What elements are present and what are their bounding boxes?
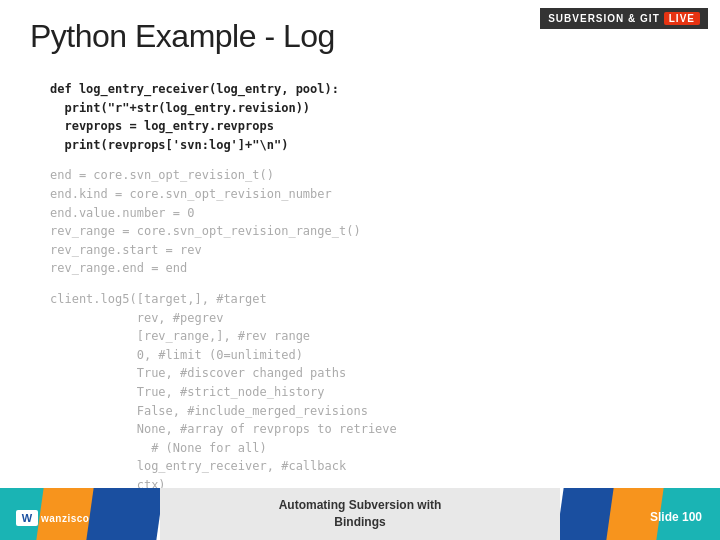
logo-text: wanzisco [41,513,89,524]
wanzisco-logo: W wanzisco [16,510,89,526]
code-dim-block2: client.log5([target,], #target rev, #peg… [50,290,690,495]
code-bright-block: def log_entry_receiver(log_entry, pool):… [50,80,690,154]
bottom-right-decoration: Slide 100 [560,488,720,540]
bottom-bar: W wanzisco Automating Subversion with Bi… [0,488,720,540]
slide-title: Python Example - Log [30,18,335,55]
header: SUBVERSION & GIT LIVE [528,0,720,37]
code-area: def log_entry_receiver(log_entry, pool):… [50,80,690,460]
shape-blue-left [86,488,160,540]
bottom-left-decoration: W wanzisco [0,488,160,540]
footer-line1: Automating Subversion with [279,498,442,512]
brand-text: SUBVERSION & GIT [548,13,660,24]
footer-center-text: Automating Subversion with Bindings [279,497,442,531]
code-dim-block1: end = core.svn_opt_revision_t() end.kind… [50,166,690,278]
footer-line2: Bindings [334,515,385,529]
w-icon: W [16,510,38,526]
slide-number: Slide 100 [650,510,702,524]
brand-badge: SUBVERSION & GIT LIVE [540,8,708,29]
footer-center: Automating Subversion with Bindings [160,488,560,540]
live-pill: LIVE [664,12,700,25]
